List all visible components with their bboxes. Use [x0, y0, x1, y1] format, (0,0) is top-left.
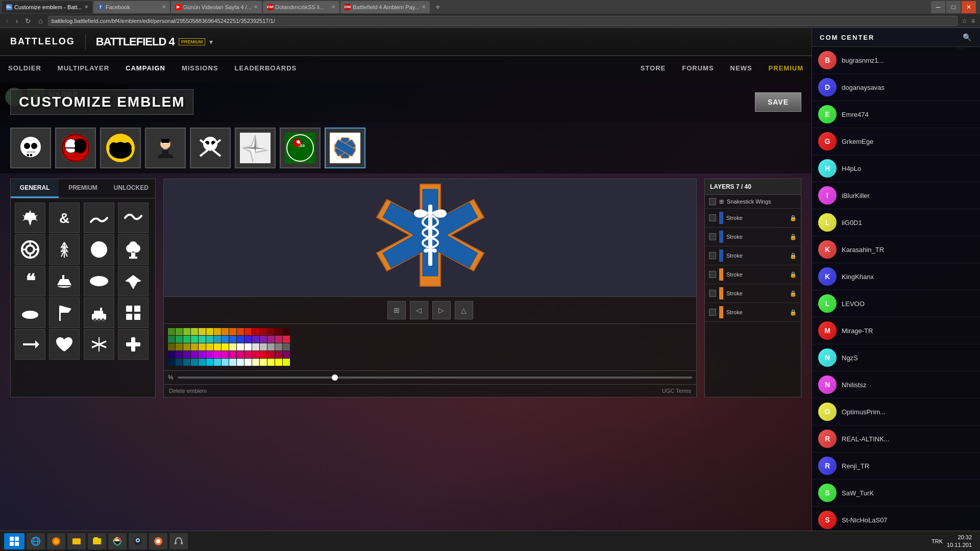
layer-item-5[interactable]: Stroke🔒 — [705, 284, 801, 303]
com-user-1[interactable]: Ddoganaysavas — [812, 74, 980, 101]
layer-checkbox-0[interactable] — [709, 198, 716, 205]
color-swatch-3-15[interactable] — [283, 351, 290, 358]
tab-4[interactable]: DM DolandırıcılıkSS li... ✕ — [263, 1, 339, 13]
tool-rotate[interactable]: △ — [455, 301, 473, 319]
color-swatch-0-12[interactable] — [260, 328, 267, 335]
close-button[interactable]: ✕ — [962, 1, 976, 13]
com-user-3[interactable]: GGrkemEge — [812, 128, 980, 155]
com-user-6[interactable]: LliG0D1 — [812, 209, 980, 236]
icon-cell-crosshair[interactable] — [84, 329, 114, 360]
color-swatch-4-12[interactable] — [260, 359, 267, 366]
tab-3[interactable]: ▶ Günün Videolan Sayfa 4 /... ✕ — [171, 1, 262, 13]
icon-cell-comma[interactable]: ❝ — [15, 266, 45, 296]
color-swatch-1-8[interactable] — [229, 336, 236, 343]
start-button[interactable] — [4, 533, 24, 549]
color-swatch-4-3[interactable] — [191, 359, 198, 366]
nav-item-campaign[interactable]: CAMPAIGN — [117, 56, 174, 82]
color-swatch-0-6[interactable] — [214, 328, 221, 335]
color-swatch-1-9[interactable] — [237, 336, 244, 343]
bf4-dropdown-icon[interactable]: ▾ — [209, 38, 213, 46]
com-user-7[interactable]: KKarasahin_TR — [812, 236, 980, 263]
save-button[interactable]: SAVE — [755, 92, 801, 112]
color-swatch-1-13[interactable] — [267, 336, 275, 343]
tool-select[interactable]: ⊞ — [387, 301, 406, 319]
new-tab-button[interactable]: + — [431, 3, 445, 12]
color-swatch-2-6[interactable] — [214, 343, 221, 350]
emblem-preset-ac[interactable] — [235, 128, 276, 168]
icon-cell-eagle[interactable] — [118, 266, 149, 296]
taskbar-headset[interactable] — [169, 533, 188, 549]
color-swatch-4-14[interactable] — [275, 359, 282, 366]
icon-cell-grid[interactable] — [118, 297, 149, 328]
icon-cell-oval[interactable] — [84, 266, 114, 296]
emblem-preset-batman[interactable] — [100, 128, 141, 168]
com-user-14[interactable]: RREAL-ALTINK... — [812, 425, 980, 453]
color-swatch-2-11[interactable] — [252, 343, 259, 350]
tab-close-1[interactable]: ✕ — [84, 4, 88, 10]
color-swatch-3-7[interactable] — [222, 351, 229, 358]
emblem-preset-medical[interactable] — [325, 128, 365, 168]
icon-cell-lifering[interactable] — [15, 234, 45, 265]
color-swatch-0-11[interactable] — [252, 328, 259, 335]
nav-item-soldier[interactable]: SOLDIER — [0, 56, 50, 82]
color-swatch-4-6[interactable] — [214, 359, 221, 366]
color-swatch-4-2[interactable] — [183, 359, 190, 366]
icon-cell-ship[interactable] — [49, 266, 80, 296]
color-swatch-3-14[interactable] — [275, 351, 282, 358]
color-swatch-0-7[interactable] — [222, 328, 229, 335]
icon-cell-clubs[interactable] — [118, 234, 149, 265]
nav-item-store[interactable]: STORE — [632, 56, 674, 82]
color-swatch-3-11[interactable] — [252, 351, 259, 358]
icon-cell-flag[interactable] — [49, 297, 80, 328]
tab-5[interactable]: DM Battlefield 4 Amblem Pay... ✕ — [340, 1, 430, 13]
color-swatch-0-3[interactable] — [191, 328, 198, 335]
layer-checkbox-6[interactable] — [709, 309, 716, 316]
emblem-preset-hitman[interactable] — [145, 128, 186, 168]
color-swatch-4-9[interactable] — [237, 359, 244, 366]
back-button[interactable]: ‹ — [4, 16, 11, 26]
color-swatch-0-9[interactable] — [237, 328, 244, 335]
color-swatch-0-1[interactable] — [176, 328, 183, 335]
color-swatch-2-4[interactable] — [199, 343, 206, 350]
tab-close-4[interactable]: ✕ — [331, 4, 335, 10]
icon-cell-feather[interactable] — [49, 234, 80, 265]
color-swatch-3-10[interactable] — [244, 351, 252, 358]
icon-cell-heart[interactable] — [49, 329, 80, 360]
color-swatch-1-5[interactable] — [206, 336, 213, 343]
com-user-2[interactable]: EEmre474 — [812, 101, 980, 128]
com-user-17[interactable]: SSt-NicHoLaS07 — [812, 507, 980, 532]
tab-2[interactable]: f Facebook ✕ — [93, 1, 170, 13]
tab-close-5[interactable]: ✕ — [422, 4, 426, 10]
com-user-10[interactable]: MMirage-TR — [812, 317, 980, 344]
icon-cell-plus[interactable] — [118, 329, 149, 360]
tab-close-3[interactable]: ✕ — [254, 4, 258, 10]
refresh-button[interactable]: ↻ — [23, 16, 33, 26]
taskbar-firefox[interactable] — [47, 533, 65, 549]
icon-cell-wave2[interactable] — [118, 203, 149, 233]
minimize-button[interactable]: ─ — [931, 1, 945, 13]
layer-item-0[interactable]: ⊞Snakestick Wings — [705, 195, 801, 209]
color-swatch-2-5[interactable] — [206, 343, 213, 350]
nav-item-forums[interactable]: FORUMS — [674, 56, 722, 82]
color-swatch-4-0[interactable] — [168, 359, 175, 366]
color-swatch-3-6[interactable] — [214, 351, 221, 358]
com-user-11[interactable]: NNgzS — [812, 344, 980, 371]
color-swatch-0-13[interactable] — [267, 328, 275, 335]
icon-cell-plane[interactable] — [15, 203, 45, 233]
color-swatch-4-10[interactable] — [244, 359, 252, 366]
settings-icon[interactable]: ≡ — [970, 16, 976, 26]
color-swatch-1-4[interactable] — [199, 336, 206, 343]
taskbar-files[interactable] — [88, 533, 106, 549]
nav-item-missions[interactable]: MISSIONS — [174, 56, 227, 82]
color-swatch-0-10[interactable] — [244, 328, 252, 335]
color-swatch-4-8[interactable] — [229, 359, 236, 366]
color-swatch-2-12[interactable] — [260, 343, 267, 350]
color-swatch-4-4[interactable] — [199, 359, 206, 366]
color-swatch-0-15[interactable] — [283, 328, 290, 335]
maximize-button[interactable]: □ — [946, 1, 961, 13]
color-swatch-0-4[interactable] — [199, 328, 206, 335]
nav-item-premium[interactable]: PREMIUM — [761, 56, 812, 82]
com-user-15[interactable]: RRenji_TR — [812, 453, 980, 480]
layer-checkbox-5[interactable] — [709, 290, 716, 297]
color-swatch-3-2[interactable] — [183, 351, 190, 358]
